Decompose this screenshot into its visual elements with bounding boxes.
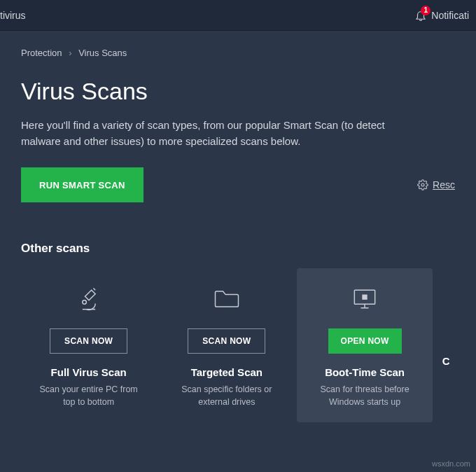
- folder-icon: [211, 281, 242, 317]
- notif-label: Notificati: [431, 10, 469, 21]
- scan-cards-row: SCAN NOW Full Virus Scan Scan your entir…: [21, 268, 455, 422]
- card-title: Targeted Scan: [191, 366, 262, 378]
- hero-row: RUN SMART SCAN Resc: [21, 167, 455, 202]
- watermark: wsxdn.com: [432, 459, 470, 468]
- other-scans-heading: Other scans: [21, 242, 455, 256]
- rescan-label: Resc: [433, 179, 455, 190]
- microscope-icon: [74, 281, 104, 317]
- full-scan-button[interactable]: SCAN NOW: [50, 328, 127, 354]
- gear-icon: [417, 179, 428, 190]
- card-desc: Scan your entire PC from top to bottom: [34, 384, 144, 408]
- partial-card-title: C: [442, 355, 450, 367]
- card-desc: Scan specific folders or external drives: [172, 384, 281, 408]
- card-desc: Scan for threats before Windows starts u…: [309, 384, 419, 408]
- targeted-scan-card: SCAN NOW Targeted Scan Scan specific fol…: [159, 268, 294, 422]
- notif-badge: 1: [421, 6, 430, 15]
- svg-point-1: [82, 300, 86, 305]
- boot-time-open-button[interactable]: OPEN NOW: [328, 328, 402, 354]
- rescan-link[interactable]: Resc: [417, 179, 455, 190]
- targeted-scan-button[interactable]: SCAN NOW: [188, 328, 265, 354]
- notifications-button[interactable]: 1 Notificati: [414, 9, 469, 22]
- breadcrumb-leaf: Virus Scans: [78, 48, 127, 58]
- card-title: Boot-Time Scan: [325, 366, 405, 378]
- page-title: Virus Scans: [21, 78, 455, 105]
- svg-point-0: [421, 183, 424, 186]
- app-name-partial: tivirus: [0, 10, 26, 21]
- topbar: tivirus 1 Notificati: [0, 0, 476, 31]
- main-content: Protection › Virus Scans Virus Scans Her…: [0, 31, 476, 443]
- boot-time-scan-card[interactable]: OPEN NOW Boot-Time Scan Scan for threats…: [297, 268, 432, 422]
- svg-rect-3: [362, 295, 367, 300]
- card-title: Full Virus Scan: [51, 366, 127, 378]
- breadcrumb-root[interactable]: Protection: [21, 48, 62, 58]
- monitor-icon: [349, 281, 380, 317]
- page-description: Here you'll find a variety of scan types…: [21, 118, 413, 149]
- breadcrumb-sep: ›: [69, 48, 71, 58]
- breadcrumb: Protection › Virus Scans: [21, 48, 455, 58]
- full-virus-scan-card: SCAN NOW Full Virus Scan Scan your entir…: [21, 268, 156, 422]
- run-smart-scan-button[interactable]: RUN SMART SCAN: [21, 167, 144, 202]
- partial-card: C: [435, 268, 455, 422]
